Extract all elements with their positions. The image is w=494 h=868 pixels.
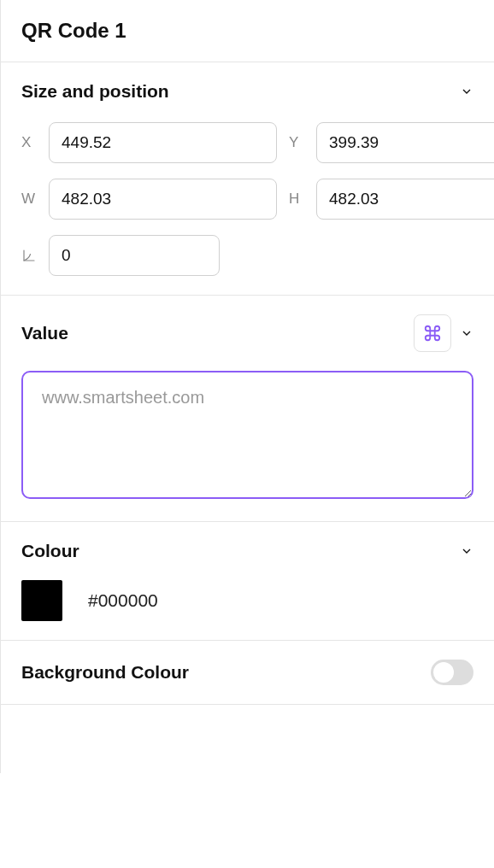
rotation-input[interactable]: [49, 235, 220, 276]
bg-colour-toggle[interactable]: [431, 660, 473, 685]
w-input[interactable]: [49, 179, 277, 220]
rotation-field: [21, 235, 220, 276]
colour-swatch[interactable]: [21, 580, 62, 621]
x-label: X: [21, 134, 40, 151]
w-label: W: [21, 191, 40, 208]
y-label: Y: [289, 134, 308, 151]
colour-header[interactable]: Colour: [21, 541, 473, 561]
size-position-section: Size and position X Y W: [1, 62, 494, 296]
chevron-down-icon[interactable]: [460, 544, 473, 558]
size-position-label: Size and position: [21, 81, 169, 102]
x-input[interactable]: [49, 122, 277, 163]
w-field: W: [21, 179, 277, 220]
x-field: X: [21, 122, 277, 163]
value-header: Value: [21, 314, 473, 352]
y-input[interactable]: [316, 122, 494, 163]
y-field: Y: [289, 122, 494, 163]
value-label: Value: [21, 323, 68, 343]
chevron-down-icon[interactable]: [460, 326, 473, 340]
element-title: QR Code 1: [21, 19, 473, 43]
title-section: QR Code 1: [1, 0, 494, 62]
bg-colour-header: Background Colour: [21, 660, 473, 685]
bg-colour-label: Background Colour: [21, 662, 189, 683]
colour-label: Colour: [21, 541, 79, 561]
value-section: Value: [1, 296, 494, 522]
bg-colour-section: Background Colour: [1, 641, 494, 705]
size-position-header[interactable]: Size and position: [21, 81, 473, 102]
angle-icon: [21, 248, 40, 263]
h-label: H: [289, 191, 308, 208]
h-field: H: [289, 179, 494, 220]
h-input[interactable]: [316, 179, 494, 220]
command-button[interactable]: [414, 314, 451, 352]
colour-value: #000000: [88, 590, 158, 611]
empty-area: [1, 705, 494, 773]
toggle-knob: [433, 662, 454, 683]
value-textarea[interactable]: [21, 371, 473, 499]
colour-section: Colour #000000: [1, 522, 494, 641]
chevron-down-icon[interactable]: [460, 85, 473, 98]
